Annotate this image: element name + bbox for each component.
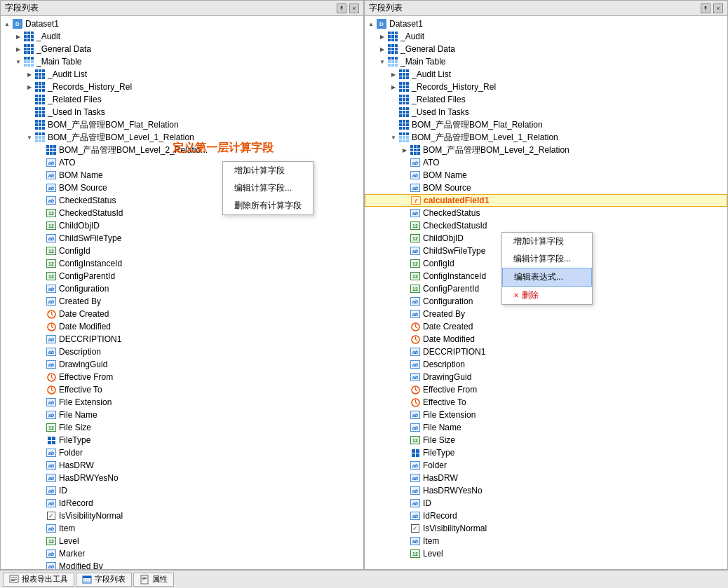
tree-node[interactable]: ✓IsVisibilityNormal — [365, 522, 727, 535]
right-panel-close-btn[interactable]: × — [713, 4, 723, 13]
tree-toggle[interactable] — [36, 536, 46, 546]
tree-node[interactable]: abMarker — [1, 547, 363, 560]
tree-toggle[interactable] — [400, 460, 410, 470]
tree-toggle[interactable] — [400, 473, 410, 483]
tree-node[interactable]: ▼ BOM_产品管理BOM_Level_1_Relation — [1, 131, 363, 144]
tree-node[interactable]: _Used In Tasks — [1, 106, 363, 118]
tree-node[interactable]: abFolder — [1, 446, 363, 459]
tree-node[interactable]: abFile Extension — [365, 409, 727, 421]
tree-toggle[interactable] — [36, 309, 46, 319]
tree-toggle[interactable] — [400, 158, 410, 167]
tree-toggle[interactable] — [36, 246, 46, 256]
tree-toggle[interactable] — [36, 549, 46, 559]
tree-node[interactable]: 12ChildObjID — [1, 219, 363, 232]
tree-toggle[interactable] — [400, 397, 410, 407]
tree-node[interactable]: ▼ _Main Table — [1, 55, 363, 68]
tree-toggle[interactable]: ▼ — [13, 57, 23, 67]
tree-toggle[interactable]: ▲ — [2, 19, 12, 29]
tree-toggle[interactable] — [400, 524, 410, 533]
tree-node[interactable]: abDECCRIPTION1 — [1, 333, 363, 346]
tree-toggle[interactable]: ▼ — [25, 132, 34, 142]
tree-toggle[interactable] — [36, 423, 46, 432]
tree-node[interactable]: 12ConfigId — [1, 245, 363, 257]
tree-toggle[interactable] — [400, 511, 410, 521]
tree-toggle[interactable] — [400, 486, 410, 495]
tree-node[interactable]: abCreated By — [365, 308, 727, 320]
toolbar-props-btn[interactable]: 属性 — [133, 573, 174, 587]
left-panel-pin-btn[interactable]: 🖈 — [337, 4, 346, 13]
tree-node[interactable]: ▶ _Audit List — [365, 68, 727, 81]
tree-node[interactable]: abFolder — [365, 459, 727, 472]
tree-node[interactable]: abCheckedStatus — [365, 207, 727, 219]
tree-node[interactable]: abBOM Name — [365, 169, 727, 182]
tree-toggle[interactable] — [36, 397, 46, 407]
tree-toggle[interactable] — [36, 170, 46, 180]
tree-node[interactable]: abConfiguration — [1, 282, 363, 295]
tree-toggle[interactable] — [389, 107, 398, 117]
tree-toggle[interactable] — [400, 208, 410, 218]
tree-toggle[interactable] — [36, 145, 46, 155]
tree-toggle[interactable] — [36, 486, 46, 495]
tree-node[interactable]: ▶ _Audit — [365, 30, 727, 43]
tree-toggle[interactable] — [36, 233, 46, 243]
tree-toggle[interactable]: ▼ — [389, 132, 398, 142]
left-context-menu[interactable]: 增加计算字段 编辑计算字段... 删除所有计算字段 — [222, 161, 314, 215]
tree-toggle[interactable]: ▶ — [377, 44, 387, 54]
tree-toggle[interactable] — [400, 322, 410, 331]
tree-toggle[interactable]: ▶ — [400, 145, 410, 155]
tree-toggle[interactable] — [36, 296, 46, 306]
tree-toggle[interactable] — [36, 271, 46, 281]
tree-toggle[interactable] — [389, 95, 398, 104]
tree-node[interactable]: Effective To — [1, 383, 363, 396]
tree-node[interactable]: BOM_产品管理BOM_Flat_Relation — [365, 118, 727, 131]
tree-toggle[interactable] — [36, 259, 46, 268]
tree-toggle[interactable] — [400, 347, 410, 357]
right-menu-delete[interactable]: ✕ 删除 — [502, 287, 592, 304]
tree-node[interactable]: BOM_产品管理BOM_Flat_Relation — [1, 118, 363, 131]
tree-node[interactable]: FileType — [365, 446, 727, 459]
tree-toggle[interactable] — [400, 170, 410, 180]
tree-node[interactable]: abFile Name — [1, 409, 363, 421]
tree-node[interactable]: ▶ BOM_产品管理BOM_Level_2_Relation — [365, 144, 727, 156]
tree-node[interactable]: ▶ _Audit List — [1, 68, 363, 81]
tree-toggle[interactable]: ▶ — [377, 32, 387, 41]
tree-toggle[interactable]: ▶ — [25, 69, 34, 79]
tree-node[interactable]: abBOM Source — [365, 182, 727, 194]
tree-node[interactable]: abHasDRW — [1, 459, 363, 472]
tree-toggle[interactable] — [400, 549, 410, 559]
tree-toggle[interactable] — [389, 120, 398, 130]
left-menu-edit[interactable]: 编辑计算字段... — [223, 179, 313, 197]
tree-toggle[interactable] — [25, 120, 34, 130]
tree-toggle[interactable] — [400, 498, 410, 508]
tree-toggle[interactable] — [36, 385, 46, 395]
tree-toggle[interactable] — [400, 372, 410, 382]
tree-node[interactable]: ▶ _General Data — [1, 43, 363, 55]
tree-toggle[interactable] — [36, 435, 46, 445]
right-menu-edit-calc[interactable]: 编辑计算字段... — [502, 250, 592, 268]
tree-toggle[interactable] — [36, 448, 46, 458]
tree-node[interactable]: Date Created — [1, 308, 363, 320]
tree-toggle[interactable]: ▲ — [366, 19, 376, 29]
tree-toggle[interactable] — [400, 334, 410, 344]
tree-node[interactable]: FileType — [1, 434, 363, 446]
tree-toggle[interactable]: ▶ — [389, 69, 398, 79]
tree-node[interactable]: abCreated By — [1, 295, 363, 308]
tree-node[interactable]: ▲DDataset1 — [365, 18, 727, 30]
tree-toggle[interactable] — [400, 296, 410, 306]
tree-toggle[interactable]: ▶ — [13, 32, 23, 41]
right-panel-pin-btn[interactable]: 🖈 — [701, 4, 710, 13]
tree-node[interactable]: abChildSwFileType — [1, 232, 363, 245]
tree-node[interactable]: ✓IsVisibilityNormal — [1, 510, 363, 522]
tree-node[interactable]: _Related Files — [365, 93, 727, 106]
tree-node[interactable]: ▶ _Audit — [1, 30, 363, 43]
tree-toggle[interactable] — [400, 233, 410, 243]
tree-node[interactable]: Date Created — [365, 320, 727, 333]
toolbar-fieldlist-btn[interactable]: 字段列表 — [76, 573, 132, 587]
tree-node[interactable]: abHasDRW — [365, 472, 727, 484]
tree-toggle[interactable] — [36, 360, 46, 369]
tree-toggle[interactable]: ▼ — [377, 57, 387, 67]
tree-toggle[interactable] — [400, 196, 410, 205]
tree-toggle[interactable] — [36, 322, 46, 331]
toolbar-export-btn[interactable]: 报表导出工具 — [3, 573, 74, 587]
tree-node[interactable]: abATO — [365, 156, 727, 169]
